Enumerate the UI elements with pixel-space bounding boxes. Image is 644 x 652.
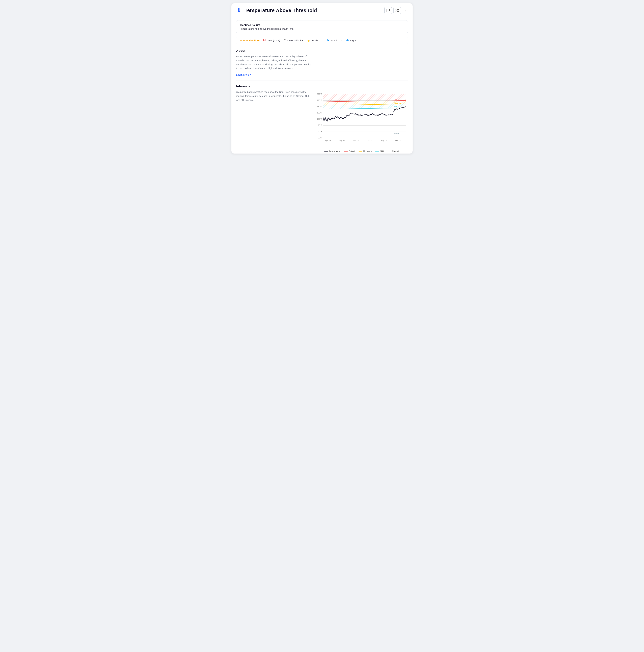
header-actions: ⋮ xyxy=(384,7,408,14)
svg-text:50 °F: 50 °F xyxy=(318,131,322,133)
about-text: Excessive temperatures in electric motor… xyxy=(236,55,312,71)
score-icon xyxy=(263,38,266,43)
detectable-by-label: Detectable by xyxy=(284,39,303,42)
inference-title: Inference xyxy=(236,84,312,88)
svg-rect-3 xyxy=(396,9,397,10)
svg-text:Jun '23: Jun '23 xyxy=(353,140,359,141)
chat-button[interactable] xyxy=(384,7,392,14)
svg-rect-5 xyxy=(396,11,397,12)
svg-rect-6 xyxy=(397,11,398,12)
legend-critical: Critical xyxy=(344,150,355,153)
svg-text:Moderate: Moderate xyxy=(393,102,401,104)
svg-text:200 °F: 200 °F xyxy=(317,93,322,95)
svg-text:Apr '23: Apr '23 xyxy=(325,140,331,141)
identified-failure-text: Temperature rise above the ideal maximum… xyxy=(240,27,404,30)
sense-sight: 👁 Sight xyxy=(346,39,356,42)
temperature-chart: 25 °F 50 °F 75 °F 100 °F 125 °F 150 °F 1… xyxy=(315,84,408,148)
svg-text:25 °F: 25 °F xyxy=(318,137,322,139)
header: 🌡 Temperature Above Threshold ⋮ xyxy=(231,3,413,17)
potential-failure-score: 27% (Poor) xyxy=(263,38,280,43)
expand-button[interactable] xyxy=(393,7,401,14)
smell-icon: 🌬 xyxy=(327,39,330,42)
page-title: Temperature Above Threshold xyxy=(244,7,382,13)
sense-touch: 👆 Touch xyxy=(306,39,318,43)
inference-left: Inference We noticed a temperature rise … xyxy=(236,84,312,102)
svg-text:Mild: Mild xyxy=(393,106,396,108)
about-section: About Excessive temperatures in electric… xyxy=(236,49,408,76)
identified-failure-card: Identified Failure Temperature rise abov… xyxy=(236,20,408,33)
svg-text:May '23: May '23 xyxy=(339,140,345,141)
chart-legend: Temperature Critical Moderate Mild Norma… xyxy=(315,150,408,153)
svg-text:125 °F: 125 °F xyxy=(317,112,322,114)
svg-text:175 °F: 175 °F xyxy=(317,100,322,101)
sense-smell: 🌬 Smell xyxy=(327,39,337,42)
svg-text:Normal: Normal xyxy=(393,133,399,134)
svg-text:Critical: Critical xyxy=(393,99,399,100)
touch-icon: 👆 xyxy=(306,39,310,43)
svg-rect-4 xyxy=(397,9,398,10)
learn-more-arrow: > xyxy=(250,73,251,76)
svg-text:100 °F: 100 °F xyxy=(317,118,322,120)
about-left: About Excessive temperatures in electric… xyxy=(236,49,312,76)
about-title: About xyxy=(236,49,312,53)
inference-section: Inference We noticed a temperature rise … xyxy=(236,84,408,148)
svg-text:75 °F: 75 °F xyxy=(318,125,322,126)
main-card: 🌡 Temperature Above Threshold ⋮ xyxy=(231,3,413,154)
potential-failure-label: Potential Failure xyxy=(240,39,260,42)
legend-normal: Normal xyxy=(387,150,398,153)
svg-text:Aug '23: Aug '23 xyxy=(381,140,386,141)
sight-icon: 👁 xyxy=(346,39,349,42)
legend-temperature: Temperature xyxy=(324,150,340,153)
thermometer-icon: 🌡 xyxy=(236,7,242,13)
detect-icon xyxy=(284,39,286,42)
learn-more-link[interactable]: Learn More > xyxy=(236,73,251,76)
svg-text:Sep '23: Sep '23 xyxy=(394,140,400,141)
svg-text:150 °F: 150 °F xyxy=(317,106,322,108)
inference-text: We noticed a temperature rise above the … xyxy=(236,90,312,102)
svg-point-0 xyxy=(387,10,388,10)
more-menu-button[interactable]: ⋮ xyxy=(403,8,408,13)
legend-mild: Mild xyxy=(375,150,384,153)
legend-moderate: Moderate xyxy=(359,150,372,153)
svg-text:Jul '23: Jul '23 xyxy=(367,140,372,141)
potential-failure-bar: Potential Failure 27% (Poor) Detectable … xyxy=(236,36,408,45)
svg-point-1 xyxy=(388,10,388,10)
identified-failure-label: Identified Failure xyxy=(240,24,404,26)
svg-point-2 xyxy=(388,10,389,10)
